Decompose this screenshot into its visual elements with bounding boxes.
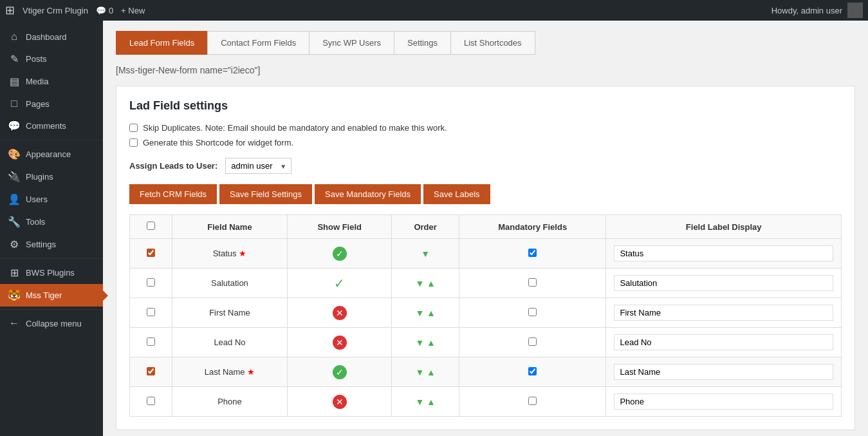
sidebar-label-users: Users [26,194,48,204]
sidebar-item-bws-plugins[interactable]: ⊞ BWS Plugins [0,261,103,284]
fetch-crm-fields-button[interactable]: Fetch CRM Fields [129,184,217,204]
tools-icon: 🔧 [8,216,21,228]
mandatory-checkbox[interactable] [528,397,537,405]
th-show-field: Show Field [288,215,392,239]
order-up-icon[interactable]: ▲ [427,397,436,407]
field-name-cell: Phone [172,387,287,417]
show-field-cell[interactable]: ✓ [288,357,392,387]
sidebar-label-appearance: Appearance [26,149,71,159]
order-up-icon[interactable]: ▲ [427,337,436,348]
sidebar-item-users[interactable]: 👤 Users [0,188,103,211]
fields-table: Field Name Show Field Order Mandatory Fi… [129,214,842,417]
order-cell[interactable]: ▼ ▲ [392,387,459,417]
tab-sync-wp-users[interactable]: Sync WP Users [309,31,394,55]
sidebar-item-appearance[interactable]: 🎨 Appearance [0,143,103,166]
wp-logo-icon: ⊞ [5,3,15,17]
tab-lead-form-fields[interactable]: Lead Form Fields [116,31,207,55]
order-down-icon[interactable]: ▼ [421,249,430,259]
generate-shortcode-row: Generate this Shortcode for widget form. [129,138,842,147]
row-checkbox[interactable] [147,367,155,375]
order-up-icon[interactable]: ▲ [427,367,436,377]
label-display-cell [606,298,842,328]
tab-settings[interactable]: Settings [394,31,450,55]
mandatory-checkbox[interactable] [528,367,537,375]
order-down-icon[interactable]: ▼ [415,367,424,377]
row-checkbox[interactable] [147,397,155,405]
order-cell[interactable]: ▼ [392,239,459,269]
show-field-cell[interactable]: ✓ [288,239,392,269]
row-checkbox[interactable] [147,278,155,287]
sidebar-item-settings[interactable]: ⚙ Settings [0,233,103,256]
sidebar-item-media[interactable]: ▤ Media [0,70,103,93]
order-up-icon[interactable]: ▲ [427,278,436,289]
table-row: Phone✕▼ ▲ [130,387,842,417]
assign-user-select[interactable]: admin user [225,158,291,174]
new-button[interactable]: + New [121,6,145,15]
order-up-icon[interactable]: ▲ [427,308,436,318]
assign-user-select-wrap: admin user [225,158,291,174]
save-labels-button[interactable]: Save Labels [423,184,490,204]
comment-icon: 💬 [96,6,106,15]
howdy-text: Howdy, admin user [771,6,842,15]
label-input[interactable] [614,334,833,350]
sidebar-label-pages: Pages [26,99,50,109]
row-checkbox[interactable] [147,308,155,316]
label-input[interactable] [614,245,833,261]
sidebar-item-pages[interactable]: □ Pages [0,93,103,115]
th-order: Order [392,215,459,239]
tab-list-shortcodes[interactable]: List Shortcodes [450,31,535,55]
order-cell[interactable]: ▼ ▲ [392,269,459,298]
label-display-cell [606,239,842,269]
sidebar-item-comments[interactable]: 💬 Comments [0,115,103,137]
skip-duplicates-checkbox[interactable] [129,124,138,132]
row-checkbox[interactable] [147,249,155,257]
order-cell[interactable]: ▼ ▲ [392,357,459,387]
select-all-checkbox[interactable] [147,222,155,230]
site-name[interactable]: Vtiger Crm Plugin [23,6,88,15]
mandatory-checkbox[interactable] [528,278,537,287]
comments-badge[interactable]: 💬 0 [96,6,113,15]
field-name-cell: Lead No [172,328,287,357]
row-checkbox[interactable] [147,337,155,346]
label-input[interactable] [614,364,833,380]
assign-leads-label: Assign Leads to User: [129,161,217,171]
order-down-icon[interactable]: ▼ [415,397,424,407]
mandatory-checkbox[interactable] [528,308,537,316]
label-input[interactable] [614,305,833,321]
mandatory-checkbox[interactable] [528,249,537,257]
tab-contact-form-fields[interactable]: Contact Form Fields [207,31,309,55]
sidebar-item-mss-tiger[interactable]: 🐯 Mss Tiger [0,284,103,307]
order-cell[interactable]: ▼ ▲ [392,298,459,328]
label-input[interactable] [614,393,833,410]
save-mandatory-fields-button[interactable]: Save Mandatory Fields [315,184,421,204]
show-field-cell[interactable]: ✕ [288,328,392,357]
table-row: Status ★✓▼ [130,239,842,269]
sidebar-item-dashboard[interactable]: ⌂ Dashboard [0,26,103,48]
sidebar-item-plugins[interactable]: 🔌 Plugins [0,166,103,188]
show-field-cell[interactable]: ✓ [288,269,392,298]
order-down-icon[interactable]: ▼ [415,308,424,318]
sidebar-item-collapse[interactable]: ← Collapse menu [0,312,103,334]
users-icon: 👤 [8,193,21,205]
show-field-cell[interactable]: ✕ [288,298,392,328]
action-buttons: Fetch CRM Fields Save Field Settings Sav… [129,184,842,204]
settings-title: Lad Field settings [129,99,842,113]
sidebar-item-tools[interactable]: 🔧 Tools [0,211,103,233]
order-down-icon[interactable]: ▼ [415,337,424,348]
shortcode-display: [Mss-tiger-New-form name="i2ieco"] [116,65,855,75]
label-input[interactable] [614,275,833,291]
sidebar-item-posts[interactable]: ✎ Posts [0,48,103,70]
comment-count: 0 [109,6,113,15]
sidebar-label-comments: Comments [26,121,66,131]
order-down-icon[interactable]: ▼ [415,278,424,289]
th-field-name: Field Name [172,215,287,239]
save-field-settings-button[interactable]: Save Field Settings [219,184,312,204]
generate-shortcode-checkbox[interactable] [129,138,138,147]
order-cell[interactable]: ▼ ▲ [392,328,459,357]
mandatory-cell [459,298,606,328]
show-field-cell[interactable]: ✕ [288,387,392,417]
mss-tiger-icon: 🐯 [8,289,21,301]
mandatory-checkbox[interactable] [528,337,537,346]
show-field-red-icon: ✕ [333,306,347,320]
sidebar: ⌂ Dashboard ✎ Posts ▤ Media □ Pages 💬 Co… [0,21,103,436]
